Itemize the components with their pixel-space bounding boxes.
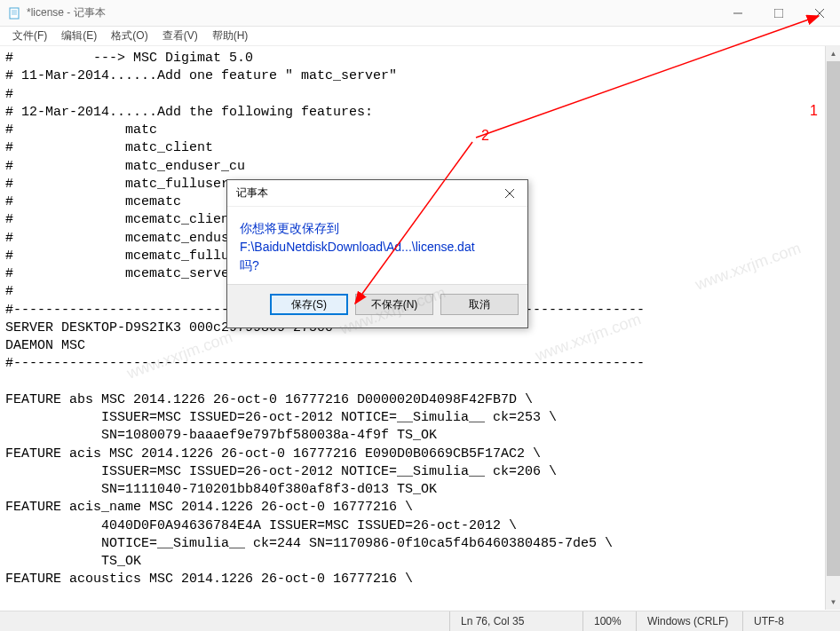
dialog-message: 你想将更改保存到 F:\BaiduNetdiskDownload\Ad...\l…	[227, 207, 527, 284]
minimize-button[interactable]	[717, 0, 758, 27]
scroll-down-arrow[interactable]: ▼	[826, 595, 840, 610]
save-button[interactable]: 保存(S)	[270, 294, 348, 315]
close-button[interactable]	[799, 0, 840, 27]
notepad-icon	[7, 6, 21, 20]
status-position: Ln 76, Col 35	[449, 611, 582, 631]
scrollbar-thumb[interactable]	[827, 61, 840, 576]
window-title: *license - 记事本	[27, 5, 106, 20]
maximize-button[interactable]	[758, 0, 799, 27]
save-dialog: 记事本 你想将更改保存到 F:\BaiduNetdiskDownload\Ad.…	[226, 179, 528, 328]
menu-format[interactable]: 格式(O)	[104, 27, 155, 45]
nosave-button[interactable]: 不保存(N)	[355, 294, 433, 315]
statusbar: Ln 76, Col 35 100% Windows (CRLF) UTF-8	[0, 611, 840, 631]
dialog-line1: 你想将更改保存到	[240, 219, 515, 238]
dialog-close-button[interactable]	[492, 180, 527, 207]
dialog-title: 记事本	[236, 185, 268, 201]
scroll-up-arrow[interactable]: ▲	[826, 46, 840, 61]
dialog-line2: F:\BaiduNetdiskDownload\Ad...\license.da…	[240, 238, 515, 256]
svg-rect-0	[10, 8, 19, 19]
dialog-titlebar[interactable]: 记事本	[227, 180, 527, 207]
menu-edit[interactable]: 编辑(E)	[54, 27, 104, 45]
dialog-buttons: 保存(S) 不保存(N) 取消	[227, 284, 527, 327]
status-lineending: Windows (CRLF)	[636, 611, 742, 631]
menu-file[interactable]: 文件(F)	[5, 27, 54, 45]
menu-help[interactable]: 帮助(H)	[205, 27, 256, 45]
cancel-button[interactable]: 取消	[440, 294, 519, 315]
titlebar: *license - 记事本	[0, 0, 840, 27]
status-zoom: 100%	[582, 611, 636, 631]
window-controls	[717, 0, 840, 27]
menu-view[interactable]: 查看(V)	[155, 27, 205, 45]
svg-rect-5	[774, 9, 783, 18]
status-encoding: UTF-8	[742, 611, 840, 631]
vertical-scrollbar[interactable]: ▲ ▼	[825, 46, 840, 610]
menubar: 文件(F) 编辑(E) 格式(O) 查看(V) 帮助(H)	[0, 27, 840, 46]
dialog-line3: 吗?	[240, 256, 515, 275]
